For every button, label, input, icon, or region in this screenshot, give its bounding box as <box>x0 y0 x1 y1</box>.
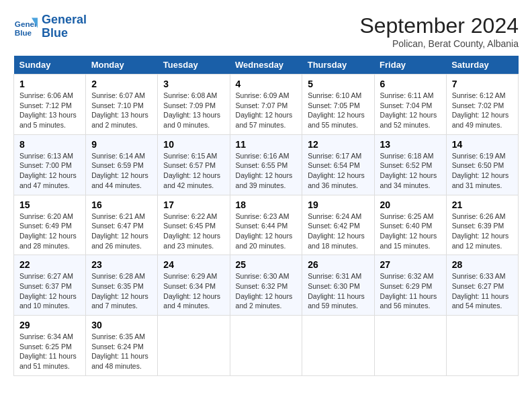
day-info: Sunrise: 6:32 AMSunset: 6:29 PMDaylight:… <box>380 271 441 311</box>
day-number: 19 <box>308 199 368 210</box>
calendar-day-cell: 20Sunrise: 6:25 AMSunset: 6:40 PMDayligh… <box>374 195 446 255</box>
calendar-day-cell: 14Sunrise: 6:19 AMSunset: 6:50 PMDayligh… <box>446 134 518 195</box>
logo-text: General Blue <box>42 13 87 40</box>
weekday-header: Thursday <box>302 56 374 75</box>
calendar-day-cell: 2Sunrise: 6:07 AMSunset: 7:10 PMDaylight… <box>86 75 158 135</box>
calendar-day-cell: 5Sunrise: 6:10 AMSunset: 7:05 PMDaylight… <box>302 75 374 135</box>
calendar-day-cell: 19Sunrise: 6:24 AMSunset: 6:42 PMDayligh… <box>302 195 374 255</box>
day-number: 8 <box>19 139 80 150</box>
calendar-day-cell <box>230 316 302 376</box>
day-number: 1 <box>19 79 80 89</box>
day-number: 12 <box>308 139 368 150</box>
svg-text:Blue: Blue <box>15 28 32 36</box>
weekday-header: Sunday <box>14 56 86 75</box>
day-info: Sunrise: 6:34 AMSunset: 6:25 PMDaylight:… <box>19 332 80 371</box>
day-info: Sunrise: 6:25 AMSunset: 6:40 PMDaylight:… <box>380 212 441 251</box>
day-info: Sunrise: 6:26 AMSunset: 6:39 PMDaylight:… <box>452 212 513 251</box>
weekday-header: Saturday <box>446 56 518 75</box>
calendar-day-cell: 25Sunrise: 6:30 AMSunset: 6:32 PMDayligh… <box>230 255 302 316</box>
day-number: 23 <box>91 259 152 270</box>
day-info: Sunrise: 6:30 AMSunset: 6:32 PMDaylight:… <box>236 271 297 311</box>
calendar-day-cell: 26Sunrise: 6:31 AMSunset: 6:30 PMDayligh… <box>302 255 374 316</box>
day-number: 15 <box>19 199 80 210</box>
page-header: General Blue General Blue September 2024… <box>13 13 519 49</box>
calendar-day-cell: 4Sunrise: 6:09 AMSunset: 7:07 PMDaylight… <box>230 75 302 135</box>
title-block: September 2024 Polican, Berat County, Al… <box>359 13 519 49</box>
calendar-week-row: 22Sunrise: 6:27 AMSunset: 6:37 PMDayligh… <box>14 255 519 316</box>
calendar-day-cell: 21Sunrise: 6:26 AMSunset: 6:39 PMDayligh… <box>446 195 518 255</box>
calendar-day-cell <box>302 316 374 376</box>
day-number: 2 <box>91 79 152 89</box>
day-info: Sunrise: 6:31 AMSunset: 6:30 PMDaylight:… <box>308 271 368 311</box>
calendar-day-cell: 3Sunrise: 6:08 AMSunset: 7:09 PMDaylight… <box>158 75 230 135</box>
calendar-day-cell: 8Sunrise: 6:13 AMSunset: 7:00 PMDaylight… <box>14 134 86 195</box>
weekday-header: Tuesday <box>158 56 230 75</box>
day-info: Sunrise: 6:28 AMSunset: 6:35 PMDaylight:… <box>91 271 152 311</box>
calendar-day-cell: 23Sunrise: 6:28 AMSunset: 6:35 PMDayligh… <box>86 255 158 316</box>
calendar-table: SundayMondayTuesdayWednesdayThursdayFrid… <box>13 56 519 376</box>
calendar-day-cell: 15Sunrise: 6:20 AMSunset: 6:49 PMDayligh… <box>14 195 86 255</box>
calendar-week-row: 1Sunrise: 6:06 AMSunset: 7:12 PMDaylight… <box>14 75 519 135</box>
day-info: Sunrise: 6:18 AMSunset: 6:52 PMDaylight:… <box>380 151 441 191</box>
day-number: 24 <box>163 259 224 270</box>
day-info: Sunrise: 6:19 AMSunset: 6:50 PMDaylight:… <box>452 151 513 191</box>
day-number: 3 <box>163 79 224 89</box>
day-info: Sunrise: 6:33 AMSunset: 6:27 PMDaylight:… <box>452 271 513 311</box>
calendar-day-cell: 24Sunrise: 6:29 AMSunset: 6:34 PMDayligh… <box>158 255 230 316</box>
logo-icon: General Blue <box>13 15 38 39</box>
calendar-week-row: 8Sunrise: 6:13 AMSunset: 7:00 PMDaylight… <box>14 134 519 195</box>
calendar-day-cell: 13Sunrise: 6:18 AMSunset: 6:52 PMDayligh… <box>374 134 446 195</box>
logo: General Blue General Blue <box>13 13 87 40</box>
day-number: 17 <box>163 199 224 210</box>
location-subtitle: Polican, Berat County, Albania <box>359 38 519 49</box>
calendar-day-cell <box>374 316 446 376</box>
day-info: Sunrise: 6:12 AMSunset: 7:02 PMDaylight:… <box>452 91 513 130</box>
calendar-day-cell: 10Sunrise: 6:15 AMSunset: 6:57 PMDayligh… <box>158 134 230 195</box>
calendar-day-cell: 11Sunrise: 6:16 AMSunset: 6:55 PMDayligh… <box>230 134 302 195</box>
day-info: Sunrise: 6:17 AMSunset: 6:54 PMDaylight:… <box>308 151 368 191</box>
weekday-header: Monday <box>86 56 158 75</box>
weekday-header: Wednesday <box>230 56 302 75</box>
day-info: Sunrise: 6:15 AMSunset: 6:57 PMDaylight:… <box>163 151 224 191</box>
day-info: Sunrise: 6:09 AMSunset: 7:07 PMDaylight:… <box>236 91 297 130</box>
day-number: 21 <box>452 199 513 210</box>
day-number: 13 <box>380 139 441 150</box>
day-number: 9 <box>91 139 152 150</box>
day-number: 22 <box>19 259 80 270</box>
day-number: 30 <box>91 320 152 330</box>
calendar-day-cell: 16Sunrise: 6:21 AMSunset: 6:47 PMDayligh… <box>86 195 158 255</box>
day-info: Sunrise: 6:29 AMSunset: 6:34 PMDaylight:… <box>163 271 224 311</box>
calendar-week-row: 29Sunrise: 6:34 AMSunset: 6:25 PMDayligh… <box>14 316 519 376</box>
day-info: Sunrise: 6:14 AMSunset: 6:59 PMDaylight:… <box>91 151 152 191</box>
calendar-day-cell: 6Sunrise: 6:11 AMSunset: 7:04 PMDaylight… <box>374 75 446 135</box>
day-info: Sunrise: 6:27 AMSunset: 6:37 PMDaylight:… <box>19 271 80 311</box>
day-number: 4 <box>236 79 297 89</box>
day-info: Sunrise: 6:13 AMSunset: 7:00 PMDaylight:… <box>19 151 80 191</box>
day-number: 27 <box>380 259 441 270</box>
calendar-day-cell: 29Sunrise: 6:34 AMSunset: 6:25 PMDayligh… <box>14 316 86 376</box>
day-info: Sunrise: 6:08 AMSunset: 7:09 PMDaylight:… <box>163 91 224 130</box>
day-info: Sunrise: 6:23 AMSunset: 6:44 PMDaylight:… <box>236 212 297 251</box>
day-info: Sunrise: 6:10 AMSunset: 7:05 PMDaylight:… <box>308 91 368 130</box>
day-number: 16 <box>91 199 152 210</box>
day-info: Sunrise: 6:20 AMSunset: 6:49 PMDaylight:… <box>19 212 80 251</box>
day-number: 20 <box>380 199 441 210</box>
day-info: Sunrise: 6:16 AMSunset: 6:55 PMDaylight:… <box>236 151 297 191</box>
calendar-day-cell: 1Sunrise: 6:06 AMSunset: 7:12 PMDaylight… <box>14 75 86 135</box>
day-info: Sunrise: 6:35 AMSunset: 6:24 PMDaylight:… <box>91 332 152 371</box>
calendar-day-cell <box>158 316 230 376</box>
day-number: 7 <box>452 79 513 89</box>
day-info: Sunrise: 6:21 AMSunset: 6:47 PMDaylight:… <box>91 212 152 251</box>
calendar-day-cell: 27Sunrise: 6:32 AMSunset: 6:29 PMDayligh… <box>374 255 446 316</box>
calendar-day-cell: 28Sunrise: 6:33 AMSunset: 6:27 PMDayligh… <box>446 255 518 316</box>
day-number: 6 <box>380 79 441 89</box>
day-number: 18 <box>236 199 297 210</box>
day-number: 26 <box>308 259 368 270</box>
day-number: 29 <box>19 320 80 330</box>
day-number: 11 <box>236 139 297 150</box>
logo-line2: Blue <box>42 27 87 40</box>
logo-line1: General <box>42 13 87 27</box>
day-number: 14 <box>452 139 513 150</box>
day-number: 10 <box>163 139 224 150</box>
calendar-day-cell <box>446 316 518 376</box>
